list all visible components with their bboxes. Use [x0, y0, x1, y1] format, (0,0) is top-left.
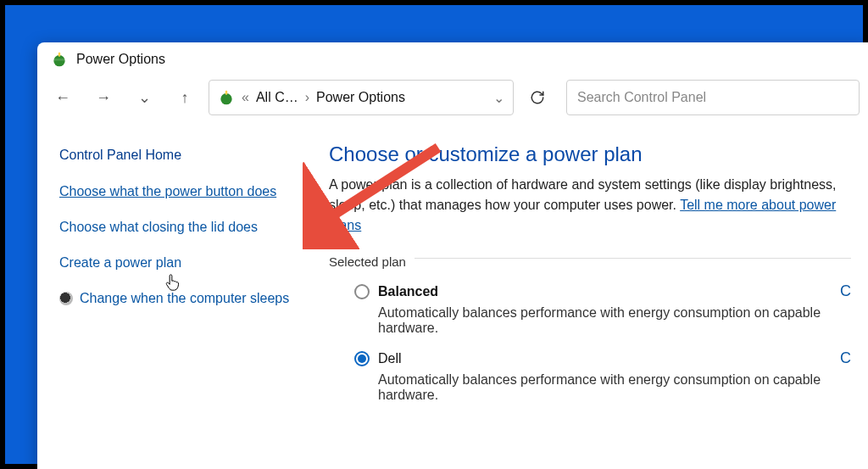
svg-line-5: [320, 148, 438, 224]
plan-name[interactable]: Dell: [378, 351, 402, 366]
plan-name[interactable]: Balanced: [378, 284, 438, 299]
sidebar: Control Panel Home Choose what the power…: [59, 134, 314, 411]
search-input[interactable]: [577, 90, 849, 105]
svg-rect-2: [53, 59, 64, 61]
search-box[interactable]: [566, 80, 860, 115]
section-label: Selected plan: [329, 254, 406, 269]
moon-icon: [59, 292, 73, 305]
svg-rect-4: [225, 91, 228, 95]
plan-description: Automatically balances performance with …: [378, 305, 851, 336]
back-button[interactable]: ←: [46, 82, 80, 113]
up-button[interactable]: ↑: [168, 82, 202, 113]
sidebar-link-create-plan[interactable]: Create a power plan: [59, 253, 314, 273]
chevron-right-icon: ›: [305, 90, 309, 105]
chevron-down-icon[interactable]: ⌄: [493, 90, 504, 106]
plan-item: Dell C Automatically balances performanc…: [354, 349, 851, 403]
sidebar-link-sleep[interactable]: Change when the computer sleeps: [80, 288, 289, 309]
forward-button[interactable]: →: [86, 82, 120, 113]
svg-rect-1: [58, 53, 61, 57]
annotation-arrow: [303, 139, 472, 249]
address-bar[interactable]: « All C… › Power Options ⌄: [209, 80, 514, 115]
sidebar-link-power-button[interactable]: Choose what the power button does: [59, 181, 314, 202]
svg-point-3: [220, 93, 231, 104]
svg-point-0: [53, 55, 64, 66]
power-options-icon: [218, 89, 235, 106]
window: Power Options ← → ⌄ ↑ « All C… › Power O…: [37, 42, 868, 469]
change-plan-link[interactable]: C: [830, 282, 851, 300]
sidebar-link-closing-lid[interactable]: Choose what closing the lid does: [59, 217, 314, 237]
plan-radio-balanced[interactable]: [354, 284, 370, 299]
change-plan-link[interactable]: C: [830, 349, 851, 367]
recent-locations-button[interactable]: ⌄: [127, 82, 161, 113]
titlebar: Power Options: [37, 42, 868, 76]
divider: [415, 258, 851, 259]
nav-toolbar: ← → ⌄ ↑ « All C… › Power Options ⌄: [37, 76, 868, 124]
breadcrumb-item[interactable]: All C…: [256, 90, 298, 105]
refresh-button[interactable]: [520, 80, 554, 115]
breadcrumb-prefix: «: [242, 90, 249, 105]
plan-item: Balanced C Automatically balances perfor…: [354, 282, 851, 336]
plan-description: Automatically balances performance with …: [378, 372, 851, 403]
power-options-icon: [51, 51, 68, 68]
breadcrumb-item[interactable]: Power Options: [316, 90, 405, 105]
window-title: Power Options: [76, 52, 165, 67]
control-panel-home-link[interactable]: Control Panel Home: [59, 148, 314, 163]
hand-cursor-icon: [164, 272, 181, 293]
plan-radio-dell[interactable]: [354, 351, 370, 366]
